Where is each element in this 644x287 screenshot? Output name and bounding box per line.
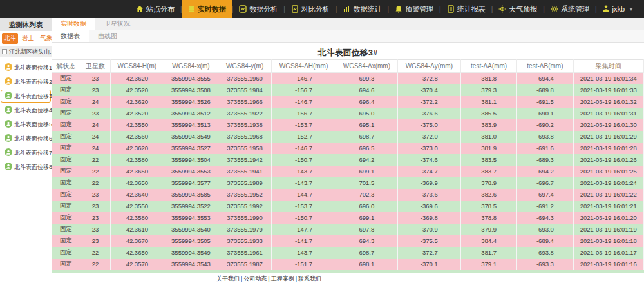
collapse-icon[interactable] [2,49,7,54]
table-cell: -151.7 [271,259,336,270]
sidebar-item-北斗表面位移4#[interactable]: 北斗表面位移4# [1,104,51,117]
column-header-WGS84-y(m): WGS84-y(m) [218,60,272,73]
sidebar-item-北斗表面位移3#[interactable]: 北斗表面位移3# [1,90,51,103]
gear-icon [551,5,558,13]
nav-item-天气预报[interactable]: 天气预报 [493,0,543,18]
sidebar-tab-岩土[interactable]: 岩土 [20,33,36,44]
table-row[interactable]: 固定2342.36403559994.3585373555.1952-144.7… [52,189,644,201]
table-cell: 3559994.3553 [164,212,218,224]
table-row[interactable]: 固定2342.36203559994.3555373555.1960-146.7… [52,73,644,84]
table-cell: -369.9 [397,177,460,189]
footer-link-工程案例[interactable]: 工程案例 [271,275,294,282]
table-cell: 2021-03-19 16:01:30 [573,119,643,131]
nav-item-数据分析[interactable]: 数据分析 [233,0,283,18]
nav-item-系统管理[interactable]: 系统管理 [545,0,595,18]
user-menu[interactable]: jxkb▼ [597,0,640,18]
table-cell: 固定 [52,259,80,270]
table-cell: 2021-03-19 16:01:28 [573,143,643,154]
sidebar-item-北斗表面位移5#[interactable]: 北斗表面位移5# [1,118,51,131]
table-cell: 42.3620 [110,73,164,84]
table-cell: 379.3 [460,84,516,96]
nav-item-站点分布[interactable]: 站点分布 [130,0,180,18]
table-cell: 固定 [52,212,80,224]
table-row[interactable]: 固定2342.35503559994.3522373555.1992-153.7… [52,201,644,212]
sidebar-item-北斗表面位移7#[interactable]: 北斗表面位移7# [1,146,51,159]
sidebar-item-北斗表面位移8#[interactable]: 北斗表面位移8# [1,161,51,173]
table-cell: 42.3620 [110,96,164,108]
table-cell: -156.7 [271,108,336,119]
table-row[interactable]: 固定2342.35803559994.3553373555.1990-150.7… [52,212,644,224]
table-cell: -146.7 [271,73,336,84]
table-cell: 378.8 [460,212,516,224]
monitor-point-icon [5,63,12,72]
table-row[interactable]: 固定2442.35603559994.3549373555.1968-152.7… [52,131,644,143]
table-cell: 699.1 [336,166,398,177]
table-cell: -689.4 [517,235,573,247]
table-cell: 694.3 [336,235,398,247]
table-cell: 2021-03-19 16:01:26 [573,154,643,166]
table-cell: 381.8 [460,73,516,84]
table-cell: 3559994.3549 [164,247,218,259]
page-layout: 监测体列表 北斗岩土气象 江北新区猪头山... 北斗表面位移1#北斗表面位移2#… [0,18,644,273]
table-cell: 695.0 [336,108,398,119]
table-row[interactable]: 固定2242.36503559994.3549373555.1961-143.7… [52,247,644,259]
table-row[interactable]: 固定2342.35203559994.3508373555.1984-156.7… [52,84,644,96]
tree-root-node[interactable]: 江北新区猪头山... [0,46,52,57]
table-cell: -150.7 [271,154,336,166]
table-cell: 373555.1989 [218,177,272,189]
table-row[interactable]: 固定2342.35203559994.3512373555.1922-156.7… [52,108,644,119]
tab-卫星状况[interactable]: 卫星状况 [95,18,139,30]
table-cell: 2021-03-19 16:01:17 [573,247,643,259]
compare-doc-icon [291,5,299,13]
table-row[interactable]: 固定2242.36503559994.3577373555.1989-143.7… [52,177,644,189]
table-row[interactable]: 固定2442.36203559994.3526373555.1966-146.7… [52,96,644,108]
footer-link-联系我们[interactable]: 联系我们 [298,275,321,282]
table-row[interactable]: 固定2242.35703559994.3543373555.1987-151.7… [52,259,644,270]
table-cell: 2021-03-19 16:01:29 [573,131,643,143]
tab-实时数据[interactable]: 实时数据 [52,18,95,30]
nav-item-数据统计[interactable]: 数据统计 [337,0,387,18]
nav-item-label: 统计报表 [457,5,486,14]
page-title: 北斗表面位移3# [52,43,644,59]
table-cell: 2021-03-19 16:01:16 [573,259,643,270]
sidebar-tab-北斗[interactable]: 北斗 [2,33,18,44]
main-tabbar: 实时数据卫星状况 [52,18,644,30]
table-cell: 381.7 [460,247,516,259]
sidebar-item-label: 北斗表面位移2# [14,78,55,86]
sidebar-item-label: 北斗表面位移8# [14,163,55,172]
table-cell: -690.2 [517,119,573,131]
weather-icon [498,5,506,13]
subtab-数据表[interactable]: 数据表 [52,30,89,42]
monitor-point-list: 北斗表面位移1#北斗表面位移2#北斗表面位移3#北斗表面位移4#北斗表面位移5#… [0,57,52,175]
table-row[interactable]: 固定2442.35503559994.3513373555.1938-153.7… [52,119,644,131]
nav-item-实时数据[interactable]: 实时数据 [182,0,232,18]
subtab-曲线图[interactable]: 曲线图 [89,30,126,42]
table-row[interactable]: 固定2342.36703559994.3505373555.1933-141.7… [52,235,644,247]
table-cell: 固定 [52,119,80,131]
table-cell: -373.0 [397,143,460,154]
table-row[interactable]: 固定2342.36103559994.3540373555.1979-147.7… [52,224,644,235]
table-cell: 22 [80,247,111,259]
nav-item-预警管理[interactable]: 预警管理 [389,0,439,18]
table-cell: 373555.1922 [218,108,272,119]
table-cell: 697.8 [336,224,398,235]
sidebar-item-北斗表面位移1#[interactable]: 北斗表面位移1# [1,61,51,74]
table-cell: 23 [80,224,111,235]
table-cell: 696.5 [336,143,398,154]
footer-link-公司动态[interactable]: 公司动态 [243,275,267,282]
table-cell: 固定 [52,84,80,96]
sidebar-item-北斗表面位移2#[interactable]: 北斗表面位移2# [1,75,51,88]
table-cell: 3559994.3577 [164,177,218,189]
table-cell: -370.4 [397,84,460,96]
footer-link-关于我们[interactable]: 关于我们 [216,275,240,282]
footer-divider: | [296,275,297,282]
table-row[interactable]: 固定2242.36503559994.3553373555.1941-143.7… [52,166,644,177]
nav-item-统计报表[interactable]: 统计报表 [441,0,491,18]
nav-item-对比分析[interactable]: 对比分析 [285,0,336,18]
sidebar-item-北斗表面位移6#[interactable]: 北斗表面位移6# [1,132,51,145]
table-cell: 2021-03-19 16:01:18 [573,235,643,247]
column-header-test-ΔA(mm): test-ΔA(mm) [460,60,516,73]
table-row[interactable]: 固定2242.35803559994.3504373555.1942-150.7… [52,154,644,166]
table-cell: -143.7 [271,177,336,189]
table-row[interactable]: 固定2442.36203559994.3527373555.1958-146.7… [52,143,644,154]
